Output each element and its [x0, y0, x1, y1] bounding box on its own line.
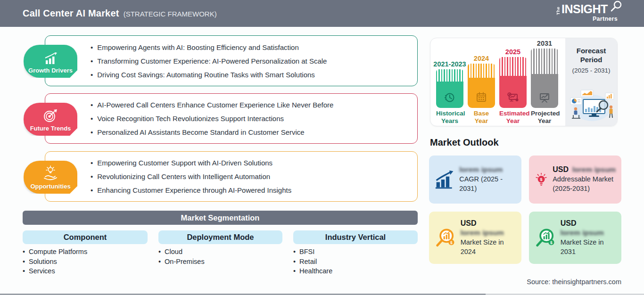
estimated-year-label: Estimated Year: [499, 110, 527, 125]
bar-year-label: 2021-2023: [433, 60, 466, 68]
forecast-period-range: (2025 - 2031): [572, 67, 610, 74]
addressable-market-label: Addressable Market (2025-2031): [553, 175, 617, 193]
growth-drivers-badge: Growth Drivers: [24, 45, 77, 78]
bar-solid: [531, 74, 558, 108]
component-list: Compute Platforms Solutions Services: [23, 247, 87, 276]
addressable-card-text: USD lorem ipsum Addressable Market (2025…: [553, 165, 617, 193]
future-trends-bullets: AI-Powered Call Centers Enhance Customer…: [45, 94, 417, 143]
future-trends-label: Future Trends: [30, 125, 71, 132]
growth-drivers-bullets: Empowering Agents with AI: Boosting Effi…: [45, 36, 417, 86]
blurred-value: lorem ipsum: [461, 229, 517, 237]
segmentation-chip-component: Component: [23, 230, 148, 244]
forecast-period-panel: Forecast Period (2025 - 2031): [565, 38, 617, 126]
bar-stripes: [499, 57, 527, 76]
bullet-item: AI-Powered Call Centers Enhance Customer…: [91, 101, 410, 109]
bullet-item: Revolutionizing Call Centers with Intell…: [91, 172, 410, 180]
timeline-bars: 2021-2023 2024: [436, 41, 562, 108]
magnifier-chart-icon: $: [535, 226, 556, 250]
logo-top-row: The INSIGHT: [556, 3, 618, 15]
list-item: Cloud: [158, 247, 205, 257]
growth-drivers-label: Growth Drivers: [28, 67, 73, 74]
bullet-item: Personalized AI Assistants Become Standa…: [91, 128, 410, 136]
segmentation-chip-deployment-mode: Deployment Mode: [158, 230, 282, 244]
list-item: Solutions: [23, 257, 87, 267]
calendar-icon: [475, 91, 487, 104]
source-attribution: Source: theinsightpartners.com: [527, 278, 621, 286]
opportunities-box: Opportunities Empowering Customer Suppor…: [45, 151, 418, 202]
growth-bars-arrow-icon: [435, 169, 454, 190]
chip-label: Component: [64, 233, 107, 242]
bar-projected-year: 2031: [531, 40, 558, 108]
projection-screen-icon: [538, 91, 551, 104]
bullet-item: Transforming Customer Experience: AI-Pow…: [91, 57, 410, 65]
bar-solid: [436, 82, 463, 108]
list-item: On-Premises: [158, 257, 205, 267]
list-item: Compute Platforms: [23, 247, 87, 257]
projected-year-label: Projected Year: [531, 110, 558, 125]
list-item: BFSI: [293, 247, 332, 257]
bar-year-label: 2025: [505, 48, 520, 56]
bar-year-label: 2031: [537, 40, 552, 47]
bar-stripes: [436, 69, 463, 82]
bullet-item: Driving Cost Savings: Automating Routine…: [91, 71, 410, 79]
list-item: Healthcare: [293, 266, 332, 276]
clock-icon: [444, 91, 456, 104]
list-item: Services: [23, 266, 87, 276]
bullet-item: Empowering Customer Support with AI-Driv…: [91, 159, 410, 167]
bullet-item: Voice Recognition Tech Revolutionizes Su…: [91, 115, 410, 123]
market-outlook-title: Market Outlook: [430, 137, 499, 148]
bar-stripes: [531, 49, 558, 74]
usd-row: USD lorem ipsum: [553, 165, 617, 174]
opportunities-badge: Opportunities: [24, 161, 77, 194]
bar-historical-years: 2021-2023: [436, 60, 463, 108]
deployment-mode-list: Cloud On-Premises: [158, 247, 205, 266]
logo-insight: INSIGHT: [561, 3, 608, 15]
logo-the: The: [556, 7, 561, 15]
magnifier-chart-icon: $: [435, 226, 456, 250]
bar-base-year: 2024: [468, 55, 495, 108]
infographic-canvas: Call Center AI Market (STRATEGIC FRAMEWO…: [0, 0, 644, 295]
historical-years-label: Historical Years: [436, 110, 463, 125]
bulb-hand-icon: [42, 165, 58, 181]
future-trends-badge: Future Trends: [24, 103, 77, 136]
analysts-illustration: [568, 88, 615, 122]
chip-label: Deployment Mode: [187, 233, 254, 242]
bar-chart-arrow-icon: [43, 52, 58, 66]
bar-stripes: [468, 64, 495, 78]
market-size-2031-label: Market Size in 2031: [561, 238, 617, 256]
future-trends-box: Future Trends AI-Powered Call Centers En…: [45, 93, 418, 144]
growth-drivers-box: Growth Drivers Empowering Agents with AI…: [45, 35, 418, 86]
market-size-2024-label: Market Size in 2024: [461, 238, 517, 256]
size-2031-card-text: USD lorem ipsum Market Size in 2031: [561, 219, 617, 256]
forecast-period-title: Forecast Period: [575, 47, 608, 65]
market-size-2024-card: $ USD lorem ipsum Market Size in 2024: [429, 212, 521, 264]
market-size-2031-card: $ USD lorem ipsum Market Size in 2031: [529, 212, 621, 264]
insight-partners-logo: The INSIGHT Partners: [556, 3, 618, 22]
svg-text:$: $: [540, 177, 543, 182]
bar-solid: [499, 76, 527, 108]
chip-label: Industry Vertical: [325, 233, 386, 242]
cagr-card: lorem ipsum CAGR (2025 - 2031): [429, 156, 521, 204]
list-item: Retail: [293, 257, 332, 267]
base-year-label: Base Year: [468, 110, 495, 125]
usd-label: USD: [553, 165, 569, 174]
cagr-label: CAGR (2025 - 2031): [459, 175, 517, 193]
bar-solid: [468, 78, 495, 108]
logo-partners: Partners: [556, 16, 618, 22]
usd-label: USD: [561, 219, 617, 228]
header-title-wrap: Call Center AI Market (STRATEGIC FRAMEWO…: [23, 8, 217, 19]
usd-label: USD: [461, 219, 517, 228]
cagr-card-text: lorem ipsum CAGR (2025 - 2031): [459, 165, 517, 193]
analytics-screen-icon: [506, 91, 520, 104]
bar-year-label: 2024: [474, 55, 489, 62]
timeline-bar-labels: Historical Years Base Year Estimated Yea…: [436, 110, 562, 125]
target-dart-icon: [42, 108, 58, 123]
size-2024-card-text: USD lorem ipsum Market Size in 2024: [461, 219, 517, 256]
header-bar: Call Center AI Market (STRATEGIC FRAMEWO…: [0, 0, 644, 27]
dollar-bulb-icon: $: [535, 169, 548, 190]
magnifier-lens-icon: [609, 0, 623, 15]
industry-vertical-list: BFSI Retail Healthcare: [293, 247, 332, 276]
page-subtitle: (STRATEGIC FRAMEWORK): [124, 10, 217, 18]
timeline-chart-card: 2021-2023 2024: [430, 38, 618, 126]
segmentation-chip-industry-vertical: Industry Vertical: [293, 230, 418, 244]
